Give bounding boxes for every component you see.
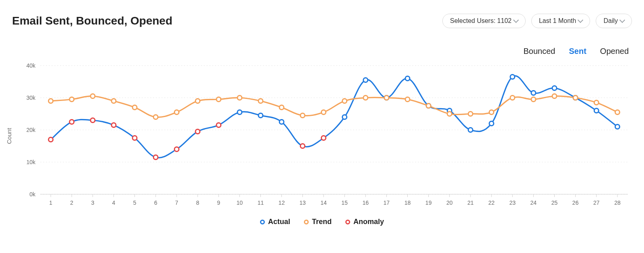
svg-point-117 [510,96,515,100]
svg-text:0k: 0k [29,191,36,197]
tab-bounced[interactable]: Bounced [524,47,555,56]
svg-point-121 [594,101,599,105]
svg-text:22: 22 [488,200,495,206]
svg-text:15: 15 [341,200,348,206]
legend-anomaly-label: Anomaly [353,218,384,226]
svg-text:25: 25 [551,200,558,206]
svg-point-93 [594,109,599,113]
svg-point-97 [91,94,95,99]
svg-point-73 [174,147,179,152]
granularity-filter-label: Daily [603,17,618,25]
page-title: Email Sent, Bounced, Opened [12,14,172,27]
svg-text:40k: 40k [26,62,36,69]
svg-point-82 [363,78,368,82]
svg-text:3: 3 [91,200,94,206]
users-filter[interactable]: Selected Users: 1102 [442,14,526,28]
svg-point-89 [510,75,515,79]
svg-text:7: 7 [175,200,178,206]
svg-point-79 [300,144,305,148]
svg-point-111 [384,96,389,100]
svg-point-99 [132,105,137,110]
svg-point-80 [321,136,326,140]
svg-text:24: 24 [530,200,537,206]
svg-point-69 [91,118,95,123]
chart: Count 0k10k20k30k40k12345678910111213141… [12,62,632,210]
svg-point-70 [111,123,116,128]
svg-text:11: 11 [258,200,264,206]
svg-point-113 [426,104,431,108]
legend-trend: Trend [304,218,332,226]
svg-text:18: 18 [405,200,411,206]
svg-point-94 [615,125,619,129]
legend-actual: Actual [260,218,290,226]
svg-point-68 [70,120,74,124]
y-axis-label: Count [6,128,12,144]
svg-point-107 [300,113,305,118]
svg-point-120 [573,96,578,100]
svg-point-67 [49,138,53,142]
svg-text:2: 2 [70,200,73,206]
tab-opened[interactable]: Opened [600,47,629,56]
svg-text:14: 14 [320,200,327,206]
svg-point-71 [132,136,137,140]
svg-point-106 [279,105,284,110]
svg-point-78 [279,120,284,124]
chevron-down-icon [513,17,519,23]
legend-trend-label: Trend [312,218,332,226]
range-filter[interactable]: Last 1 Month [531,14,590,28]
tab-sent[interactable]: Sent [569,47,586,56]
svg-text:21: 21 [467,200,474,206]
svg-text:12: 12 [279,200,285,206]
legend-anomaly: Anomaly [345,218,384,226]
svg-point-90 [531,91,536,95]
svg-point-96 [70,97,74,102]
svg-point-84 [405,76,410,81]
svg-point-114 [447,112,452,116]
svg-text:27: 27 [593,200,600,206]
circle-icon [260,220,265,224]
svg-point-102 [196,99,200,103]
svg-text:6: 6 [154,200,157,206]
svg-text:28: 28 [614,200,621,206]
svg-point-110 [363,96,368,100]
chevron-down-icon [578,17,583,23]
series-tabs: Bounced Sent Opened [12,47,632,56]
svg-text:10: 10 [237,200,243,206]
svg-point-81 [343,115,347,119]
svg-point-77 [258,113,263,118]
svg-text:13: 13 [299,200,306,206]
svg-point-103 [217,97,221,102]
svg-point-104 [237,96,242,100]
svg-point-101 [174,110,179,115]
granularity-filter[interactable]: Daily [596,14,632,28]
svg-text:16: 16 [362,200,369,206]
svg-text:30k: 30k [26,95,36,101]
svg-point-72 [153,155,158,160]
svg-point-108 [321,110,326,115]
filter-bar: Selected Users: 1102 Last 1 Month Daily [442,14,632,28]
svg-point-109 [343,99,347,103]
svg-point-119 [552,94,557,99]
circle-icon [345,220,350,224]
svg-point-74 [196,130,200,134]
legend-actual-label: Actual [268,218,290,226]
svg-text:5: 5 [133,200,136,206]
svg-point-91 [552,86,557,91]
svg-text:26: 26 [572,200,579,206]
svg-point-98 [111,99,116,103]
svg-text:20: 20 [446,200,453,206]
svg-text:1: 1 [49,200,52,206]
svg-point-112 [405,97,410,102]
svg-text:17: 17 [384,200,390,206]
svg-text:8: 8 [196,200,199,206]
svg-point-115 [468,112,473,116]
svg-text:19: 19 [425,200,432,206]
svg-point-116 [489,110,494,115]
range-filter-label: Last 1 Month [539,17,576,25]
svg-text:10k: 10k [26,159,36,165]
svg-text:23: 23 [509,200,516,206]
svg-point-118 [531,97,536,102]
svg-text:9: 9 [217,200,220,206]
users-filter-label: Selected Users: 1102 [450,17,512,25]
circle-icon [304,220,309,224]
